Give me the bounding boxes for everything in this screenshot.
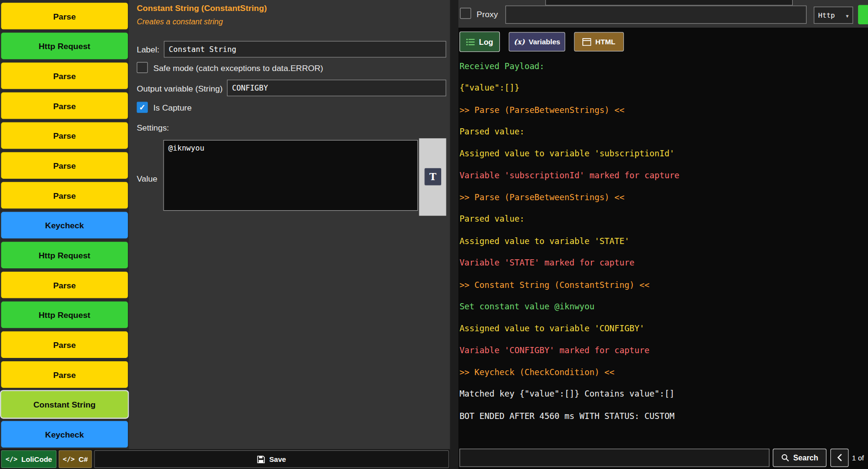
search-pager: 1 of: [852, 453, 864, 461]
stack-block[interactable]: Http Request: [1, 32, 128, 59]
proxy-label: Proxy: [476, 10, 498, 19]
save-button-label: Save: [269, 455, 286, 463]
log-line: Set constant value @iknwyou: [459, 296, 863, 317]
proxy-type-dropdown[interactable]: Http: [814, 7, 853, 24]
text-mode-button[interactable]: T: [424, 168, 442, 186]
log-line: {"value":[]}: [459, 77, 863, 99]
block-stack-sidebar: ParseHttp RequestParseParseParseParsePar…: [0, 0, 129, 469]
stacker-app: ParseHttp RequestParseParseParseParsePar…: [0, 0, 868, 469]
log-line: >> Parse (ParseBetweenStrings) <<: [459, 99, 863, 121]
stack-block[interactable]: Parse: [1, 122, 128, 149]
log-line: Assigned value to variable 'subscription…: [459, 143, 863, 164]
stack-block[interactable]: Parse: [1, 152, 128, 179]
log-line: Assigned value to variable 'STATE': [459, 230, 863, 252]
csharp-button[interactable]: </> C#: [59, 450, 92, 468]
log-line: Received Payload:: [459, 55, 863, 77]
log-search-input[interactable]: [459, 449, 769, 467]
stack-block[interactable]: Keycheck: [1, 421, 128, 448]
block-title: Constant String (ConstantString): [137, 3, 267, 13]
log-tab-button[interactable]: Log: [459, 31, 500, 52]
editor-mode-strip: T: [419, 138, 446, 215]
log-line: >> Constant String (ConstantString) <<: [459, 274, 863, 296]
safe-mode-row: Safe mode (catch exceptions to data.ERRO…: [137, 61, 323, 74]
log-line: Matched key {"value":[]} Contains value"…: [459, 383, 863, 405]
output-variable-label: Output variable (String): [137, 83, 223, 93]
debugger-toolbar: Proxy Http: [458, 0, 868, 28]
log-line: Parsed value:: [459, 121, 863, 143]
log-line: Variable 'STATE' marked for capture: [459, 252, 863, 274]
debugger-tabs: Log (x) Variables HTML: [459, 31, 624, 52]
test-data-input[interactable]: [545, 0, 793, 6]
stack-block[interactable]: Parse: [1, 272, 128, 298]
panel-splitter[interactable]: [450, 0, 458, 469]
csharp-button-label: C#: [79, 455, 88, 463]
code-icon: </>: [63, 455, 75, 463]
proxy-type-value: Http: [818, 11, 835, 19]
stack-block[interactable]: Parse: [1, 361, 128, 388]
value-field-label: Value: [137, 173, 157, 183]
is-capture-label: Is Capture: [154, 102, 192, 112]
safe-mode-label: Safe mode (catch exceptions to data.ERRO…: [154, 63, 323, 72]
log-line: >> Keycheck (CheckCondition) <<: [459, 361, 863, 383]
debugger-panel: Proxy Http Log (x) V: [458, 0, 868, 469]
chevron-left-icon: [837, 454, 842, 461]
stack-block[interactable]: Parse: [1, 182, 128, 209]
stack-block[interactable]: Parse: [1, 62, 128, 89]
variables-icon: (x): [514, 38, 525, 46]
variables-tab-button[interactable]: (x) Variables: [509, 32, 565, 51]
save-button[interactable]: Save: [94, 450, 449, 468]
log-line: Assigned value to variable 'CONFIGBY': [459, 317, 863, 339]
log-line: BOT ENDED AFTER 4560 ms WITH STATUS: CUS…: [459, 405, 863, 427]
label-field-row: Label:: [137, 41, 446, 58]
search-icon: [781, 453, 789, 461]
proxy-input[interactable]: [506, 6, 806, 24]
output-variable-input[interactable]: [227, 80, 446, 96]
stack-block[interactable]: Parse: [1, 331, 128, 358]
stacker-footer: </> LoliCode </> C# Save: [0, 449, 450, 469]
log-line: Variable 'CONFIGBY' marked for capture: [459, 339, 863, 361]
stack-block[interactable]: Http Request: [1, 302, 128, 328]
safe-mode-checkbox[interactable]: [137, 62, 148, 73]
stack-block[interactable]: Http Request: [1, 242, 128, 268]
start-button-partial[interactable]: [858, 5, 868, 24]
label-field-label: Label:: [137, 44, 159, 54]
stack-block[interactable]: Keycheck: [1, 212, 128, 239]
log-line: Variable 'subscriptionId' marked for cap…: [459, 164, 863, 186]
log-list-icon: [466, 38, 475, 46]
html-tab-label: HTML: [595, 38, 615, 46]
browser-window-icon: [583, 38, 592, 46]
search-button[interactable]: Search: [773, 449, 827, 467]
log-search-bar: Search 1 of: [459, 448, 868, 467]
previous-match-button[interactable]: [830, 449, 848, 467]
chevron-down-icon: [846, 11, 849, 19]
variables-tab-label: Variables: [528, 38, 560, 46]
log-output: Received Payload:{"value":[]}>> Parse (P…: [459, 55, 863, 427]
search-button-label: Search: [793, 453, 818, 461]
stack-block[interactable]: Parse: [1, 3, 128, 30]
output-variable-row: Output variable (String): [137, 80, 446, 96]
stack-block[interactable]: Constant String: [1, 391, 128, 418]
floppy-icon: [257, 455, 265, 463]
proxy-checkbox[interactable]: [460, 8, 471, 19]
log-line: >> Parse (ParseBetweenStrings) <<: [459, 186, 863, 208]
is-capture-checkbox[interactable]: [137, 102, 148, 113]
stack-block[interactable]: Parse: [1, 92, 128, 119]
lolicode-button-label: LoliCode: [21, 455, 52, 463]
is-capture-row: Is Capture: [137, 101, 192, 113]
value-textarea[interactable]: @iknwyou: [163, 140, 418, 211]
lolicode-button[interactable]: </> LoliCode: [1, 450, 56, 468]
log-tab-label: Log: [479, 37, 493, 46]
block-settings-panel: Constant String (ConstantString) Creates…: [129, 0, 450, 449]
log-line: Parsed value:: [459, 208, 863, 230]
settings-section-label: Settings:: [137, 123, 169, 133]
block-description: Creates a constant string: [137, 17, 223, 26]
code-icon: </>: [5, 455, 17, 463]
label-input[interactable]: [164, 41, 446, 58]
html-tab-button[interactable]: HTML: [574, 32, 624, 51]
